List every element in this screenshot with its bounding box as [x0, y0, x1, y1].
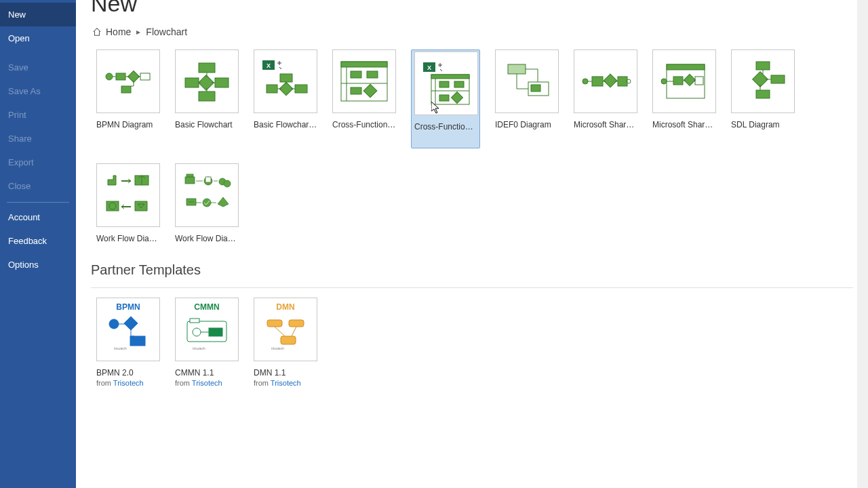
svg-point-96	[193, 328, 201, 336]
svg-rect-35	[363, 84, 377, 98]
sidebar-feedback[interactable]: Feedback	[0, 229, 76, 253]
sidebar-export: Export	[0, 150, 76, 174]
partner-label: CMMN 1.1	[175, 368, 239, 378]
partner-from: from Trisotech	[254, 379, 317, 387]
template-workflow-diagram-1[interactable]: Work Flow Diagr...	[96, 163, 160, 243]
svg-rect-48	[531, 85, 540, 92]
breadcrumb-home-label: Home	[106, 26, 131, 37]
svg-rect-14	[199, 92, 215, 101]
template-label: Work Flow Diagr...	[96, 234, 160, 243]
sidebar-print: Print	[0, 103, 76, 127]
svg-rect-81	[185, 177, 195, 184]
svg-text:trisotech: trisotech	[193, 346, 205, 350]
partner-bpmn[interactable]: BPMN trisotech BPMN 2.0 from Trisotech	[96, 298, 160, 387]
svg-rect-32	[351, 71, 361, 78]
partner-label: DMN 1.1	[254, 368, 317, 378]
svg-rect-64	[673, 77, 683, 85]
svg-rect-39	[431, 75, 469, 79]
sidebar-save: Save	[0, 56, 76, 79]
breadcrumb-home[interactable]: Home	[92, 26, 131, 37]
svg-line-104	[292, 327, 296, 336]
template-sharepoint-workflow-2[interactable]: Microsoft Share...	[652, 49, 716, 148]
template-label: Microsoft Share...	[574, 120, 637, 129]
template-cross-functional[interactable]: Cross-Functional...	[332, 49, 396, 148]
svg-rect-82	[186, 174, 193, 177]
svg-point-53	[583, 79, 588, 84]
svg-rect-66	[695, 77, 703, 85]
svg-rect-83	[205, 177, 211, 182]
svg-rect-28	[341, 62, 387, 101]
sidebar-open[interactable]: Open	[0, 26, 76, 50]
svg-text:X: X	[427, 64, 431, 71]
svg-rect-38	[431, 75, 469, 104]
svg-rect-22	[267, 85, 277, 93]
breadcrumb-current: Flowchart	[146, 26, 187, 37]
svg-point-85	[224, 180, 231, 187]
partner-link[interactable]: Trisotech	[271, 379, 301, 387]
svg-rect-72	[771, 75, 785, 83]
svg-point-86	[203, 199, 211, 207]
partner-cmmn[interactable]: CMMN trisotech CMMN 1.1 from Trisotech	[175, 298, 239, 387]
template-basic-flowchart-excel[interactable]: X Basic Flowchart...	[254, 49, 317, 148]
svg-text:trisotech: trisotech	[114, 346, 127, 350]
template-workflow-diagram-2[interactable]: Work Flow Diagr...	[175, 163, 239, 243]
svg-rect-95	[190, 319, 199, 323]
template-idef0-diagram[interactable]: IDEF0 Diagram	[495, 49, 559, 148]
svg-rect-43	[454, 81, 464, 87]
svg-rect-70	[756, 62, 770, 70]
partner-from: from Trisotech	[96, 379, 160, 387]
svg-rect-71	[753, 72, 768, 87]
vertical-scrollbar[interactable]	[857, 0, 868, 488]
svg-line-103	[275, 327, 285, 336]
template-bpmn-diagram[interactable]: BPMN Diagram	[96, 49, 160, 148]
partner-grid: BPMN trisotech BPMN 2.0 from Trisotech C…	[96, 298, 853, 387]
template-label: BPMN Diagram	[96, 120, 160, 129]
template-cross-functional-excel[interactable]: X Cross-Functional...	[411, 49, 480, 148]
page-title: New	[91, 0, 853, 17]
svg-rect-62	[667, 64, 705, 70]
svg-rect-11	[185, 78, 199, 87]
template-label: Cross-Functional...	[332, 120, 396, 129]
template-label: IDEF0 Diagram	[495, 120, 559, 129]
partner-name: DMN	[276, 302, 294, 312]
svg-rect-102	[281, 336, 296, 344]
svg-rect-33	[367, 71, 378, 78]
svg-rect-4	[121, 86, 131, 93]
svg-rect-3	[140, 73, 150, 80]
partner-link[interactable]: Trisotech	[113, 379, 144, 387]
template-label: Basic Flowchart...	[254, 120, 317, 129]
sidebar-account[interactable]: Account	[0, 205, 76, 229]
template-label: SDL Diagram	[731, 120, 795, 129]
template-label: Microsoft Share...	[652, 120, 716, 129]
svg-rect-46	[508, 64, 526, 74]
sidebar-options[interactable]: Options	[0, 253, 76, 277]
svg-rect-42	[439, 81, 449, 87]
svg-text:trisotech: trisotech	[271, 346, 284, 350]
template-label: Cross-Functional...	[414, 122, 477, 131]
svg-rect-65	[684, 75, 696, 86]
partner-label: BPMN 2.0	[96, 368, 160, 378]
sidebar-share: Share	[0, 127, 76, 150]
svg-point-0	[106, 73, 113, 80]
svg-rect-101	[289, 320, 304, 327]
svg-rect-88	[124, 317, 138, 330]
template-label: Work Flow Diagr...	[175, 234, 239, 243]
sidebar-saveas: Save As	[0, 79, 76, 103]
section-divider	[91, 287, 853, 288]
template-basic-flowchart[interactable]: Basic Flowchart	[175, 49, 239, 148]
svg-text:X: X	[267, 62, 271, 69]
svg-rect-54	[592, 77, 603, 86]
svg-rect-13	[215, 78, 229, 87]
svg-rect-29	[341, 62, 387, 67]
svg-rect-24	[295, 85, 307, 93]
sidebar-new[interactable]: New	[0, 3, 76, 26]
template-sdl-diagram[interactable]: SDL Diagram	[731, 49, 795, 148]
partner-name: CMMN	[194, 302, 219, 312]
template-sharepoint-workflow-1[interactable]: Microsoft Share...	[574, 49, 637, 148]
svg-rect-73	[756, 90, 770, 98]
home-icon	[92, 27, 102, 37]
partner-dmn[interactable]: DMN trisotech DMN 1.1 from Trisotech	[254, 298, 317, 387]
partner-link[interactable]: Trisotech	[192, 379, 222, 387]
svg-rect-90	[130, 336, 145, 346]
backstage-sidebar: New Open Save Save As Print Share Export…	[0, 0, 76, 488]
